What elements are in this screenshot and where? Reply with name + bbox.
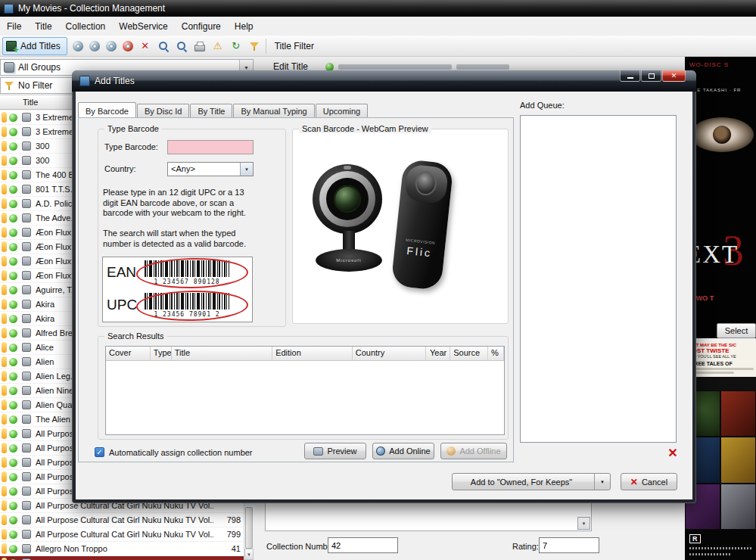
dialog-title: Add Titles — [95, 76, 135, 86]
scroll-down-icon[interactable]: ▼ — [244, 549, 254, 560]
warning-icon[interactable]: ⚠ — [212, 40, 224, 52]
chevron-down-icon[interactable]: ▼ — [577, 517, 590, 530]
row-marker-icon — [2, 486, 7, 496]
menu-collection[interactable]: Collection — [59, 18, 113, 35]
type-barcode-group: Type Barcode Type Barcode: Country: <Any… — [98, 129, 286, 327]
column-header-percent[interactable]: % — [488, 347, 504, 360]
maximize-button[interactable] — [641, 70, 661, 82]
status-ball-icon — [9, 344, 17, 352]
search-online-icon[interactable] — [176, 40, 188, 52]
media-type-icon — [22, 257, 31, 266]
add-offline-button[interactable]: Add Offline — [440, 443, 507, 459]
menu-webservice[interactable]: WebService — [112, 18, 174, 35]
tab-by-barcode[interactable]: By Barcode — [78, 102, 136, 117]
save-disc-icon[interactable] — [89, 41, 100, 51]
tab-upcoming[interactable]: Upcoming — [316, 104, 369, 117]
row-marker-icon — [2, 241, 7, 252]
row-marker-icon — [2, 299, 7, 310]
minimize-button[interactable] — [620, 70, 640, 82]
column-header-type[interactable]: Type — [151, 347, 172, 360]
media-type-icon — [22, 113, 31, 122]
column-header-cover[interactable]: Cover — [106, 347, 151, 360]
delete-title-icon[interactable]: ✕ — [139, 40, 151, 52]
column-header-title[interactable]: Title — [172, 347, 272, 360]
list-item[interactable]: All Purpose Cultural Cat Girl Nuku Nuku … — [0, 513, 244, 527]
by-barcode-tabpage: Type Barcode Type Barcode: Country: <Any… — [78, 117, 514, 462]
media-type-icon — [22, 429, 31, 438]
copy-disc-icon[interactable] — [73, 41, 83, 51]
status-ball-icon — [9, 545, 17, 553]
dialog-tabs: By BarcodeBy Disc IdBy TitleBy Manual Ty… — [78, 102, 369, 117]
tab-by-title[interactable]: By Title — [190, 104, 232, 117]
cancel-button[interactable]: ✕ Cancel — [621, 473, 677, 490]
barcode-help-text: Please type in an 12 digit UPC or a 13 d… — [103, 188, 254, 219]
media-type-icon — [22, 314, 31, 323]
collection-number-input[interactable] — [328, 537, 398, 553]
add-online-button[interactable]: Add Online — [372, 443, 434, 459]
media-type-icon — [22, 228, 31, 237]
media-type-icon — [22, 400, 31, 409]
status-ball-icon — [9, 401, 17, 409]
preview-button[interactable]: Preview — [304, 443, 366, 459]
column-header-source[interactable]: Source — [450, 347, 488, 360]
dialog-titlebar[interactable]: Add Titles — [72, 70, 696, 92]
auto-assign-checkbox-row[interactable]: ✓ Automatically assign collection number — [95, 447, 253, 457]
country-dropdown[interactable]: <Any> ▼ — [167, 162, 254, 176]
media-type-icon — [22, 372, 31, 381]
list-item[interactable]: All Purpose Cultural Cat Girl Nuku Nuku … — [0, 527, 244, 542]
rating-label: Rating: — [512, 542, 539, 551]
tab-by-manual-typing[interactable]: By Manual Typing — [233, 104, 314, 117]
add-to-collection-button[interactable]: Add to "Owned, For Keeps" ▼ — [452, 473, 611, 490]
checked-checkbox[interactable]: ✓ — [95, 447, 104, 457]
row-marker-icon — [2, 443, 7, 453]
cancel-x-icon: ✕ — [630, 477, 638, 487]
add-queue-list[interactable] — [520, 115, 677, 443]
close-button[interactable]: ✕ — [662, 70, 686, 82]
refresh-icon[interactable]: ↻ — [230, 40, 242, 52]
tab-by-disc-id[interactable]: By Disc Id — [137, 104, 190, 117]
menu-help[interactable]: Help — [228, 18, 260, 35]
media-type-icon — [22, 530, 31, 539]
row-marker-icon — [2, 500, 7, 511]
row-marker-icon — [2, 342, 7, 353]
rating-input[interactable] — [539, 537, 599, 553]
status-ball-icon — [9, 315, 17, 323]
list-item[interactable]: Allegro Non Troppo41 — [0, 542, 244, 556]
summary-text-ghost — [456, 64, 509, 70]
row-marker-icon — [2, 529, 7, 540]
chevron-down-icon[interactable]: ▼ — [594, 474, 610, 490]
row-marker-icon — [2, 256, 7, 266]
title-cell: Allegro Non Troppo — [36, 544, 213, 553]
barcode-help-text2: The search will start when the typed num… — [103, 229, 254, 249]
webcam-preview-group: Scan Barcode - WebCam Preview Microsoft — [292, 129, 509, 324]
status-ball-icon — [9, 171, 17, 179]
remove-from-queue-button[interactable]: ✕ — [665, 445, 680, 460]
row-marker-icon — [2, 285, 7, 295]
row-marker-icon — [2, 414, 7, 425]
column-header-country[interactable]: Country — [353, 347, 427, 360]
filter-icon[interactable] — [248, 40, 260, 52]
app-titlebar: My Movies - Collection Management — [0, 0, 756, 17]
status-ball-icon — [9, 502, 17, 510]
export-disc-icon[interactable] — [106, 41, 117, 51]
app-title: My Movies - Collection Management — [18, 3, 165, 14]
column-header-edition[interactable]: Edition — [272, 347, 353, 360]
media-type-icon — [22, 127, 31, 136]
menu-title[interactable]: Title — [28, 18, 58, 35]
media-type-icon — [22, 213, 31, 222]
column-header-year[interactable]: Year — [426, 347, 450, 360]
menu-configure[interactable]: Configure — [175, 18, 228, 35]
list-item[interactable]: All Purpose Cultural Cat Girl Nuku Nuku … — [0, 556, 244, 560]
select-button[interactable]: Select — [717, 323, 756, 338]
search-icon[interactable] — [157, 40, 170, 52]
burn-disc-icon[interactable] — [123, 41, 133, 51]
print-icon[interactable] — [194, 40, 206, 52]
barcode-input[interactable] — [167, 140, 254, 154]
row-marker-icon — [2, 428, 7, 439]
row-marker-icon — [2, 270, 7, 281]
dialog-client-area: By BarcodeBy Disc IdBy TitleBy Manual Ty… — [76, 92, 692, 499]
menu-file[interactable]: File — [0, 18, 28, 35]
add-titles-button[interactable]: Add Titles — [2, 37, 67, 55]
status-ball-icon — [9, 430, 17, 438]
scrollbar-thumb[interactable] — [245, 507, 253, 549]
